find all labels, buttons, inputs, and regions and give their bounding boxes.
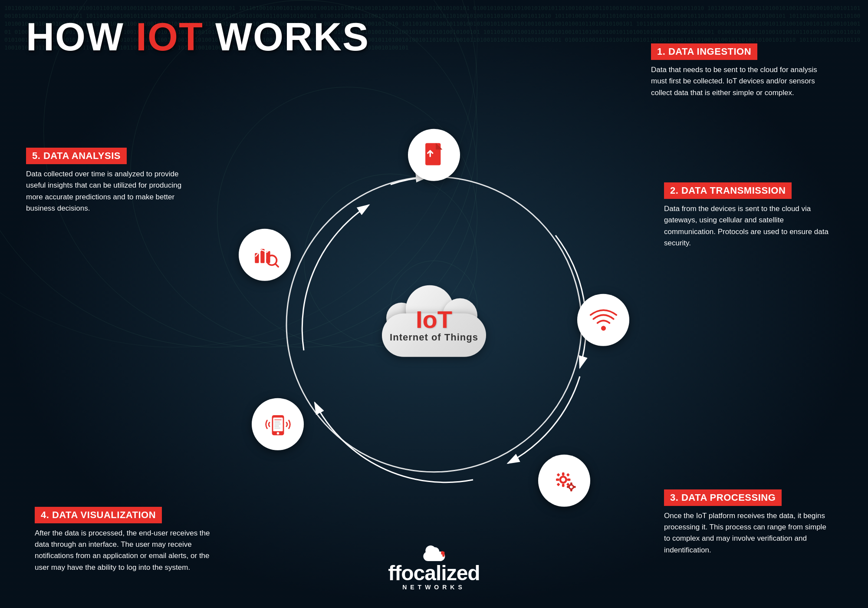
svg-rect-11 [556, 473, 560, 476]
step-5-text: Data collected over time is analyzed to … [26, 169, 200, 214]
step-5-title: 5. DATA ANALYSIS [26, 148, 127, 164]
svg-line-34 [275, 264, 278, 266]
logo-cloud-icon [422, 546, 446, 561]
step-2-text: Data from the devices is sent to the clo… [664, 203, 833, 249]
svg-point-16 [570, 485, 573, 488]
step-1-description: 1. DATA INGESTION Data that needs to be … [651, 43, 825, 99]
step-3-description: 3. DATA PROCESSING Once the IoT platform… [664, 489, 833, 556]
cloud-shape: IoT Internet of Things [378, 287, 490, 357]
step-2-icon [577, 294, 629, 346]
svg-rect-9 [556, 478, 559, 481]
step-1-text: Data that needs to be sent to the cloud … [651, 64, 825, 99]
title-suffix: WORKS [204, 15, 369, 59]
cloud-subtitle: Internet of Things [382, 332, 486, 343]
svg-rect-8 [562, 483, 564, 486]
svg-point-6 [561, 477, 565, 481]
upload-document-icon [420, 141, 448, 169]
step-3-text: Once the IoT platform receives the data,… [664, 510, 833, 556]
cloud-center: IoT Internet of Things [378, 287, 490, 361]
svg-rect-7 [562, 472, 564, 475]
step-4-description: 4. DATA VISUALIZATION After the data is … [35, 507, 221, 573]
logo-name: ffocalized [388, 563, 480, 584]
step-4-title: 4. DATA VISUALIZATION [35, 507, 162, 523]
svg-rect-13 [556, 482, 560, 486]
svg-rect-10 [567, 478, 570, 481]
step-5-description: 5. DATA ANALYSIS Data collected over tim… [26, 148, 200, 214]
analytics-search-icon [251, 241, 279, 269]
svg-rect-26 [274, 423, 281, 424]
cloud-iot-label: IoT [382, 307, 486, 332]
svg-rect-17 [570, 482, 572, 485]
step-3-icon [538, 455, 590, 507]
step-3-title: 3. DATA PROCESSING [664, 489, 782, 506]
company-logo: ffocalized NETWORKS [388, 546, 480, 591]
svg-rect-24 [274, 419, 282, 420]
mobile-notification-icon [264, 410, 292, 438]
svg-point-23 [276, 432, 279, 434]
svg-rect-12 [566, 473, 569, 476]
main-content: HOW IoT WORKS [0, 0, 868, 608]
title-prefix: HOW [26, 15, 136, 59]
step-5-icon [239, 229, 291, 281]
svg-rect-27 [274, 426, 279, 426]
svg-rect-20 [573, 486, 575, 488]
wifi-icon [589, 306, 618, 334]
title-highlight: IoT [136, 15, 204, 59]
svg-rect-28 [274, 427, 280, 428]
step-4-icon [252, 398, 304, 450]
step-2-title: 2. DATA TRANSMISSION [664, 182, 792, 199]
page-title: HOW IoT WORKS [26, 17, 369, 56]
svg-point-4 [601, 326, 605, 330]
logo-sub: NETWORKS [388, 584, 480, 591]
svg-rect-18 [570, 489, 572, 491]
step-4-text: After the data is processed, the end-use… [35, 528, 221, 573]
svg-rect-25 [274, 421, 280, 422]
gears-icon [550, 466, 579, 495]
step-1-icon [408, 129, 460, 181]
step-2-description: 2. DATA TRANSMISSION Data from the devic… [664, 182, 833, 249]
step-1-title: 1. DATA INGESTION [651, 43, 757, 60]
svg-rect-19 [567, 486, 569, 488]
diagram-container: IoT Internet of Things [265, 155, 603, 494]
